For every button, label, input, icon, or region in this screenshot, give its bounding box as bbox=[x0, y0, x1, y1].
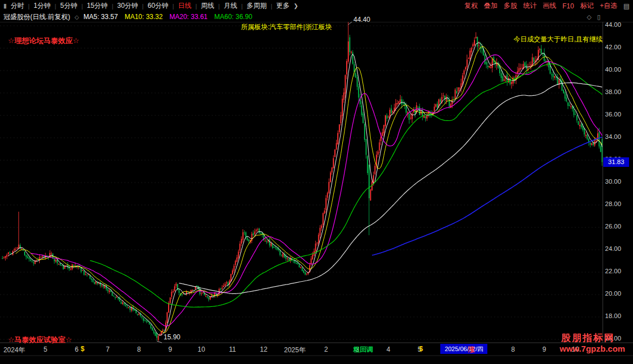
price-axis-label: 34.00 bbox=[605, 133, 621, 140]
toolbar-separator: | bbox=[55, 3, 57, 10]
diamond-icon[interactable]: ◇ bbox=[75, 14, 79, 20]
toolbar-separator: | bbox=[111, 3, 113, 10]
stock-title: 冠盛股份(日线.前复权) bbox=[3, 12, 70, 22]
watermark-site-url: www.7gpzb.com bbox=[560, 344, 625, 353]
signal-marker: $ bbox=[419, 345, 423, 353]
chart-header: 冠盛股份(日线.前复权) ◇ MA5: 33.57MA10: 33.32MA20… bbox=[0, 12, 633, 22]
panel-grid-icon[interactable]: ▤ bbox=[623, 2, 630, 10]
toolbar-action-8[interactable]: +自选 bbox=[600, 1, 617, 11]
x-axis-month-label: 10 bbox=[189, 346, 213, 353]
sector-note: 所属板块:汽车零部件|浙江板块 bbox=[241, 22, 332, 32]
ma-label-2: MA10: 33.32 bbox=[124, 13, 162, 21]
current-price-tag: 31.83 bbox=[603, 157, 629, 167]
date-box: 2025/06/12/四 bbox=[440, 344, 487, 354]
toolbar-separator: | bbox=[142, 3, 144, 10]
x-axis-month-label: 9 bbox=[158, 346, 183, 353]
bottom-strip bbox=[0, 356, 633, 364]
toolbar-period-3[interactable]: 5分钟 bbox=[60, 1, 77, 11]
low-price-label: 15.90 bbox=[164, 333, 180, 341]
ma-legend: MA5: 33.57MA10: 33.32MA20: 33.61MA60: 36… bbox=[83, 13, 253, 21]
forum-watermark-bottom: ☆马泰效应试验室☆ bbox=[8, 335, 72, 345]
toolbar-separator: | bbox=[271, 3, 272, 10]
price-axis-label: 22.00 bbox=[605, 268, 621, 274]
x-axis-month-label: 4 bbox=[376, 346, 401, 353]
toolbar-action-2[interactable]: 叠加 bbox=[484, 1, 497, 11]
toolbar-left-group: 分时|1分钟|5分钟|15分钟|30分钟|60分钟|日线|周线|月线|多周期|更… bbox=[11, 1, 298, 11]
price-axis-label: 26.00 bbox=[605, 223, 621, 230]
toolbar-period-2[interactable]: 1分钟 bbox=[34, 1, 51, 11]
x-axis-month-label: 2025年 bbox=[282, 346, 307, 355]
price-axis-label: 36.00 bbox=[605, 111, 621, 118]
more-arrow-icon[interactable]: ❯ bbox=[294, 3, 298, 9]
signal-marker: 粗回调 bbox=[353, 345, 373, 354]
toolbar-action-4[interactable]: 统计 bbox=[523, 1, 537, 11]
x-axis-month-label: 8 bbox=[501, 346, 525, 353]
toolbar-right-group: 复权叠加多股统计画线F10标记+自选▤ bbox=[464, 0, 630, 12]
signal-marker: 涨 bbox=[468, 345, 475, 354]
volume-note: 今日成交量大于昨日,且有继续 bbox=[514, 35, 603, 44]
x-axis-month-label: 6 bbox=[64, 346, 89, 353]
kline-app-icon: ▮ bbox=[3, 2, 7, 10]
price-axis-label: 18.00 bbox=[605, 312, 621, 319]
toolbar-action-5[interactable]: 画线 bbox=[543, 1, 556, 11]
price-axis-label: 24.00 bbox=[605, 245, 621, 252]
x-axis-month-label: 12 bbox=[252, 346, 276, 353]
toolbar-period-1[interactable]: 分时 bbox=[11, 1, 24, 11]
toolbar-separator: | bbox=[81, 3, 83, 10]
price-axis-label: 44.00 bbox=[605, 21, 621, 28]
toolbar-period-9[interactable]: 月线 bbox=[224, 1, 237, 11]
toolbar-period-7[interactable]: 日线 bbox=[178, 1, 192, 11]
price-axis-label: 30.00 bbox=[605, 178, 621, 185]
price-axis-label: 38.00 bbox=[605, 88, 621, 95]
x-axis-month-label: 7 bbox=[95, 346, 120, 353]
page-icon[interactable]: ▯ bbox=[597, 13, 601, 21]
tdx-main-window: ▮ 分时|1分钟|5分钟|15分钟|30分钟|60分钟|日线|周线|月线|多周期… bbox=[0, 0, 633, 364]
watermark-site-name: 股朋指标网 bbox=[561, 332, 615, 344]
price-axis-label: 42.00 bbox=[605, 44, 621, 50]
x-axis-month-label: 2024年 bbox=[2, 346, 27, 355]
ma-label-3: MA20: 33.61 bbox=[169, 13, 207, 21]
toolbar-action-3[interactable]: 多股 bbox=[504, 1, 517, 11]
toolbar-separator: | bbox=[196, 3, 197, 10]
x-axis-month-label: 8 bbox=[127, 346, 151, 353]
header-right-icons: ◇ ▯ bbox=[587, 12, 601, 22]
toolbar-separator: | bbox=[241, 3, 243, 10]
toolbar-period-4[interactable]: 15分钟 bbox=[87, 1, 108, 11]
toolbar-separator: | bbox=[28, 3, 30, 10]
candlestick-chart[interactable] bbox=[0, 0, 633, 364]
toolbar-action-6[interactable]: F10 bbox=[562, 2, 574, 10]
toolbar-period-10[interactable]: 多周期 bbox=[246, 1, 267, 11]
ma-label-4: MA60: 36.90 bbox=[215, 13, 253, 21]
forum-watermark-top: ☆理想论坛马泰效应☆ bbox=[8, 36, 79, 46]
price-axis-label: 28.00 bbox=[605, 200, 621, 207]
x-axis-month-label: 9 bbox=[532, 346, 557, 353]
x-axis-month-label: 2 bbox=[314, 346, 338, 353]
price-axis-label: 40.00 bbox=[605, 66, 621, 73]
ma-label-1: MA5: 33.57 bbox=[83, 13, 118, 21]
toolbar-action-1[interactable]: 复权 bbox=[464, 1, 478, 11]
toolbar-period-11[interactable]: 更多 bbox=[276, 1, 290, 11]
toolbar-period-5[interactable]: 30分钟 bbox=[117, 1, 138, 11]
peak-price-label: 44.40 bbox=[353, 16, 370, 24]
toolbar-period-6[interactable]: 60分钟 bbox=[147, 1, 168, 11]
x-axis-month-label: 11 bbox=[220, 346, 245, 353]
toolbar-separator: | bbox=[173, 3, 174, 10]
diamond2-icon[interactable]: ◇ bbox=[587, 13, 591, 21]
period-toolbar: ▮ 分时|1分钟|5分钟|15分钟|30分钟|60分钟|日线|周线|月线|多周期… bbox=[0, 0, 633, 12]
toolbar-separator: | bbox=[218, 3, 220, 10]
x-axis-month-label: 5 bbox=[33, 346, 58, 353]
price-axis-label: 20.00 bbox=[605, 290, 621, 297]
toolbar-action-7[interactable]: 标记 bbox=[580, 1, 594, 11]
signal-marker: $ bbox=[81, 345, 85, 353]
toolbar-period-8[interactable]: 周线 bbox=[201, 1, 215, 11]
